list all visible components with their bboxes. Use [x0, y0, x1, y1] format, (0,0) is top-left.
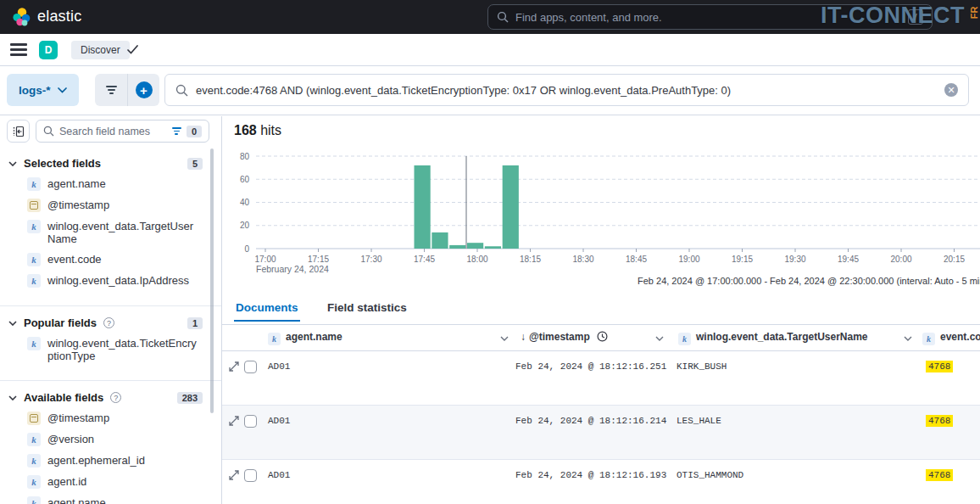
chevron-down-icon[interactable]	[904, 336, 912, 341]
keyword-field-icon: k	[27, 177, 41, 191]
field-item[interactable]: k@version	[27, 433, 203, 446]
global-search-input[interactable]	[515, 11, 901, 24]
cell-target-user-name: OTIS_HAMMOND	[677, 470, 743, 480]
plus-circle-icon: +	[136, 81, 153, 98]
field-section-header[interactable]: Selected fields5	[8, 157, 203, 170]
svg-text:18:30: 18:30	[572, 255, 593, 264]
svg-text:18:45: 18:45	[626, 255, 647, 264]
section-count-badge: 5	[187, 158, 203, 170]
field-item[interactable]: kwinlog.event_data.IpAddress	[27, 274, 203, 288]
check-icon[interactable]	[127, 45, 138, 54]
table-row[interactable]: AD01Feb 24, 2024 @ 18:12:16.193OTIS_HAMM…	[222, 460, 980, 504]
field-section-header[interactable]: Popular fields?1	[8, 316, 203, 329]
table-row[interactable]: AD01Feb 24, 2024 @ 18:12:16.214LES_HALE4…	[222, 406, 980, 460]
table-row[interactable]: AD01Feb 24, 2024 @ 18:12:16.251KIRK_BUSH…	[222, 351, 980, 406]
breadcrumb[interactable]: Discover	[71, 41, 130, 59]
field-name: @timestamp	[47, 412, 109, 424]
space-badge[interactable]: D	[39, 41, 58, 59]
svg-text:17:30: 17:30	[360, 255, 381, 264]
keyword-field-icon: k	[27, 220, 41, 233]
column-header-event-code[interactable]: kevent.code	[922, 331, 980, 345]
svg-text:19:45: 19:45	[838, 255, 859, 264]
field-item[interactable]: @timestamp	[27, 412, 203, 425]
row-checkbox[interactable]	[244, 415, 257, 428]
field-search-bar: 0	[36, 120, 209, 143]
cell-agent-name: AD01	[268, 416, 290, 426]
keyword-icon: k	[678, 333, 691, 345]
time-range-caption: Feb 24, 2024 @ 17:00:00.000 - Feb 24, 20…	[638, 276, 980, 289]
tab-documents[interactable]: Documents	[234, 298, 300, 322]
column-header-timestamp[interactable]: ↓@timestamp	[521, 331, 608, 343]
svg-text:80: 80	[240, 152, 250, 161]
field-filter-count: 0	[187, 126, 202, 137]
field-item[interactable]: kagent.ephemeral_id	[27, 454, 203, 468]
cell-event-code: 4768	[926, 416, 953, 426]
chevron-down-icon[interactable]	[500, 336, 509, 341]
svg-text:19:15: 19:15	[732, 255, 753, 264]
fields-sidebar: 0 Selected fields5kagent.name@timestampk…	[0, 116, 222, 504]
discover-app: elastic / IT-CONNECT FR D Discover logs-…	[0, 0, 980, 504]
query-actions: +	[95, 74, 159, 106]
column-header-target-user-name[interactable]: kwinlog.event_data.TargetUserName	[678, 331, 868, 345]
global-header: elastic / IT-CONNECT FR	[0, 0, 980, 34]
svg-text:17:45: 17:45	[414, 255, 435, 264]
column-header-agent-name[interactable]: kagent.name	[268, 331, 342, 345]
cell-timestamp: Feb 24, 2024 @ 18:12:16.251	[515, 361, 666, 372]
svg-text:0: 0	[244, 244, 249, 254]
search-icon	[497, 11, 509, 23]
add-filter-button[interactable]: +	[127, 74, 159, 106]
svg-text:February 24, 2024: February 24, 2024	[256, 264, 329, 274]
svg-text:19:30: 19:30	[784, 255, 805, 264]
expand-row-icon[interactable]	[229, 470, 239, 480]
field-item[interactable]: kwinlog.event_data.TicketEncryptionType	[27, 337, 203, 362]
query-input[interactable]	[196, 84, 937, 97]
field-item[interactable]: kagent.name	[27, 496, 203, 504]
field-section-header[interactable]: Available fields?283	[8, 391, 203, 404]
keyboard-shortcut-hint: /	[908, 9, 923, 25]
keyword-field-icon: k	[27, 433, 41, 446]
filter-icon	[106, 84, 117, 96]
menu-icon[interactable]	[10, 43, 27, 57]
svg-text:19:00: 19:00	[678, 255, 699, 264]
search-icon	[175, 84, 188, 97]
cell-event-code: 4768	[926, 361, 953, 372]
main-panel: 168 hits 02040608017:0017:1517:3017:4518…	[222, 116, 980, 504]
svg-text:18:15: 18:15	[520, 255, 541, 264]
clear-query-icon[interactable]: ✕	[944, 83, 958, 97]
field-name: @version	[47, 433, 94, 445]
watermark-suffix: FR	[970, 7, 980, 20]
field-item[interactable]: @timestamp	[27, 199, 203, 212]
field-item[interactable]: kagent.id	[27, 475, 203, 489]
help-icon: ?	[110, 392, 121, 403]
expand-row-icon[interactable]	[229, 416, 239, 426]
keyword-icon: k	[268, 333, 281, 345]
row-checkbox[interactable]	[244, 361, 257, 373]
field-item[interactable]: kagent.name	[27, 177, 203, 191]
svg-text:20:00: 20:00	[890, 255, 911, 264]
chevron-down-icon	[58, 87, 67, 93]
field-filter-icon[interactable]	[172, 126, 181, 137]
field-search-input[interactable]	[59, 126, 167, 137]
sidebar-top: 0	[0, 120, 221, 143]
field-name: agent.name	[47, 496, 106, 504]
elastic-logo[interactable]	[12, 7, 32, 27]
field-item[interactable]: kevent.code	[27, 253, 203, 266]
svg-text:18:00: 18:00	[466, 255, 487, 264]
svg-text:17:00: 17:00	[254, 255, 276, 264]
chevron-down-icon[interactable]	[655, 336, 664, 341]
sidebar-scrollbar[interactable]	[210, 148, 214, 413]
row-checkbox[interactable]	[244, 469, 257, 482]
query-bar: logs-* + ✕	[0, 67, 980, 115]
query-input-wrap: ✕	[164, 74, 969, 106]
chevron-down-icon	[8, 395, 17, 400]
data-view-selector[interactable]: logs-*	[7, 74, 79, 106]
hits-histogram[interactable]: 02040608017:0017:1517:3017:4518:0018:151…	[222, 146, 980, 277]
field-item[interactable]: kwinlog.event_data.TargetUserName	[27, 220, 203, 245]
cell-target-user-name: LES_HALE	[677, 416, 721, 426]
tab-field-statistics[interactable]: Field statistics	[326, 298, 409, 322]
filter-button[interactable]	[95, 74, 127, 106]
collapse-sidebar-button[interactable]	[7, 120, 30, 143]
global-search-bar[interactable]: /	[487, 4, 933, 30]
expand-row-icon[interactable]	[229, 361, 239, 372]
keyword-field-icon: k	[27, 454, 41, 468]
